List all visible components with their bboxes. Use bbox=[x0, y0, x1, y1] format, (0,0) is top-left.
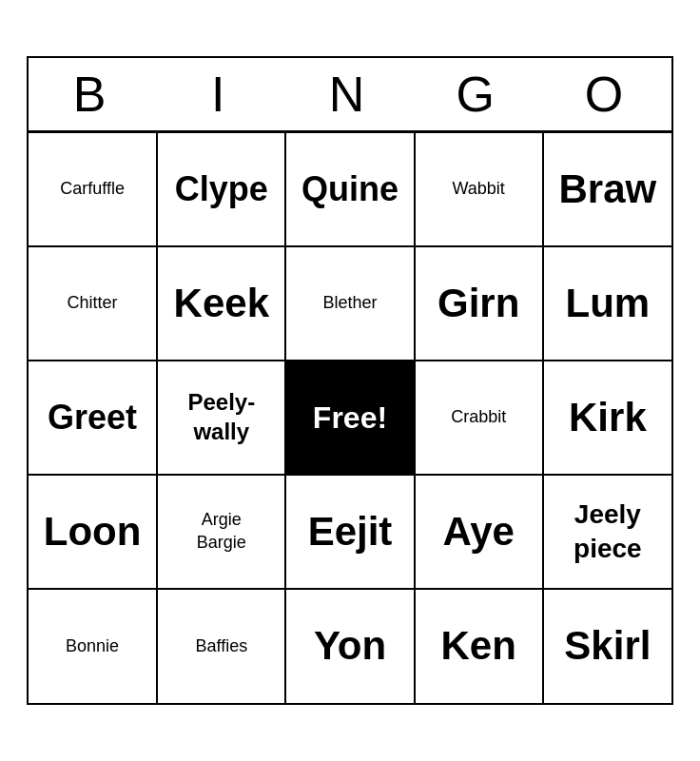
cell-3-4: Jeely piece bbox=[543, 475, 671, 589]
cell-text-4-1: Baffies bbox=[195, 636, 247, 657]
cell-line-2: piece bbox=[574, 533, 642, 565]
header-o: O bbox=[543, 58, 671, 130]
cell-text-3-0: Loon bbox=[44, 508, 142, 556]
cell-text-2-1: Peely- wally bbox=[187, 389, 255, 446]
cell-4-2: Yon bbox=[285, 589, 414, 703]
cell-text-3-3: Aye bbox=[442, 508, 515, 556]
cell-3-3: Aye bbox=[415, 475, 543, 589]
cell-line-1: Peely- bbox=[187, 389, 255, 417]
cell-0-3: Wabbit bbox=[415, 132, 543, 246]
cell-2-2: Free! bbox=[285, 361, 414, 475]
cell-2-0: Greet bbox=[29, 361, 157, 475]
cell-text-3-2: Eejit bbox=[308, 508, 393, 556]
cell-text-3-1: Argie Bargie bbox=[197, 510, 246, 553]
cell-text-2-2: Free! bbox=[313, 400, 387, 436]
cell-1-1: Keek bbox=[157, 246, 285, 361]
header-n: N bbox=[285, 58, 414, 130]
cell-3-2: Eejit bbox=[285, 475, 414, 589]
cell-text-4-2: Yon bbox=[314, 622, 386, 670]
cell-0-1: Clype bbox=[157, 132, 285, 246]
cell-text-4-3: Ken bbox=[441, 622, 516, 670]
cell-text-2-4: Kirk bbox=[569, 394, 647, 441]
cell-4-3: Ken bbox=[415, 589, 543, 703]
cell-text-1-1: Keek bbox=[174, 280, 269, 327]
cell-2-3: Crabbit bbox=[415, 361, 543, 475]
cell-1-0: Chitter bbox=[29, 246, 157, 361]
cell-text-2-0: Greet bbox=[48, 397, 137, 438]
cell-4-1: Baffies bbox=[157, 589, 285, 703]
cell-0-0: Carfuffle bbox=[29, 132, 157, 246]
bingo-grid: Carfuffle Clype Quine Wabbit Braw Chitte… bbox=[29, 132, 671, 703]
cell-3-0: Loon bbox=[29, 475, 157, 589]
cell-text-1-2: Blether bbox=[322, 293, 377, 314]
cell-text-0-4: Braw bbox=[559, 166, 657, 213]
cell-line-1: Jeely bbox=[574, 498, 641, 531]
cell-text-4-0: Bonnie bbox=[66, 636, 119, 657]
cell-text-1-0: Chitter bbox=[68, 293, 118, 314]
cell-text-0-1: Clype bbox=[175, 168, 268, 209]
cell-text-0-2: Quine bbox=[301, 168, 399, 209]
cell-4-0: Bonnie bbox=[29, 589, 157, 703]
cell-text-1-3: Girn bbox=[438, 280, 519, 327]
bingo-header: B I N G O bbox=[29, 58, 671, 132]
cell-text-4-4: Skirl bbox=[564, 622, 651, 670]
bingo-card: B I N G O Carfuffle Clype Quine Wabbit B… bbox=[27, 56, 673, 705]
cell-line-1: Argie bbox=[202, 510, 242, 531]
cell-1-3: Girn bbox=[415, 246, 543, 361]
cell-text-2-3: Crabbit bbox=[451, 407, 506, 428]
cell-text-0-3: Wabbit bbox=[453, 179, 505, 200]
cell-text-0-0: Carfuffle bbox=[60, 179, 125, 200]
cell-text-3-4: Jeely piece bbox=[574, 498, 642, 564]
cell-4-4: Skirl bbox=[543, 589, 671, 703]
header-i: I bbox=[157, 58, 285, 130]
cell-1-4: Lum bbox=[543, 246, 671, 361]
cell-line-2: wally bbox=[193, 419, 249, 446]
header-b: B bbox=[29, 58, 157, 130]
cell-1-2: Blether bbox=[285, 246, 414, 361]
cell-0-2: Quine bbox=[285, 132, 414, 246]
cell-line-2: Bargie bbox=[197, 533, 246, 554]
cell-2-1: Peely- wally bbox=[157, 361, 285, 475]
cell-0-4: Braw bbox=[543, 132, 671, 246]
cell-2-4: Kirk bbox=[543, 361, 671, 475]
cell-text-1-4: Lum bbox=[566, 280, 651, 327]
cell-3-1: Argie Bargie bbox=[157, 475, 285, 589]
header-g: G bbox=[415, 58, 543, 130]
